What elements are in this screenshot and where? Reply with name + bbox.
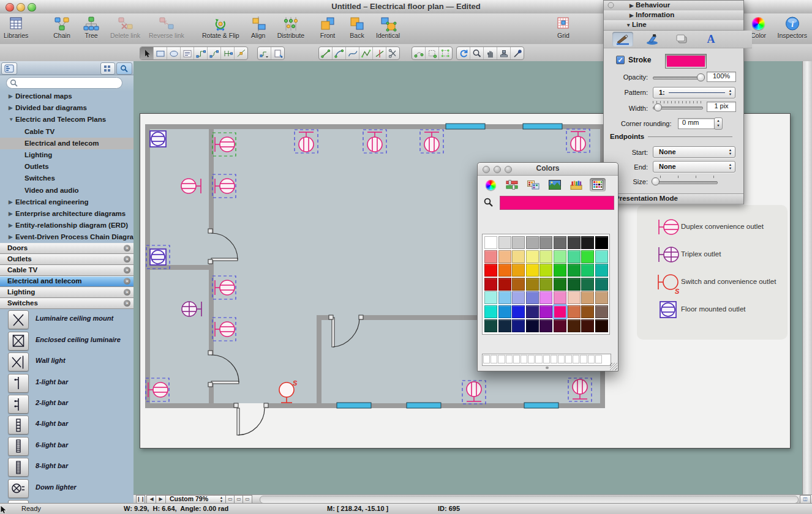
library-bar-switches[interactable]: Switches× — [0, 298, 133, 309]
collapse-arrow-icon[interactable]: ▶ — [9, 220, 15, 231]
color-swatch[interactable] — [554, 291, 566, 304]
libraries-button[interactable]: Libraries — [4, 15, 28, 39]
align-button[interactable]: Align — [248, 15, 269, 39]
pan-tool[interactable] — [484, 47, 497, 59]
color-swatch[interactable] — [512, 236, 525, 249]
color-swatch[interactable] — [581, 250, 594, 263]
collapse-arrow-icon[interactable]: ▶ — [9, 208, 15, 220]
shadow-icon[interactable] — [671, 32, 692, 47]
sidebar-item-event-driven-process-chain-diagrams[interactable]: ▶Event-Driven Process Chain Diagrams — [0, 231, 133, 243]
library-bar-doors[interactable]: Doors× — [0, 243, 133, 254]
chain-connector-tool[interactable] — [235, 47, 247, 59]
color-swatch[interactable] — [526, 305, 539, 318]
stencil-enclosed-ceiling-luminaire[interactable] — [8, 332, 29, 351]
stencil-luminaire-ceiling-mount[interactable] — [8, 310, 29, 329]
next-page-button[interactable]: ▶ — [156, 495, 166, 504]
color-swatch[interactable] — [595, 291, 608, 304]
color-swatch[interactable] — [554, 236, 566, 249]
eyedropper-tool[interactable] — [511, 47, 524, 59]
behaviour-section-header[interactable]: ▶Behaviour — [604, 1, 743, 11]
color-swatch[interactable] — [498, 305, 511, 318]
color-swatch[interactable] — [554, 278, 566, 291]
sidebar-item-switches[interactable]: Switches — [0, 173, 133, 184]
color-swatch[interactable] — [484, 264, 497, 277]
pointer-tool[interactable] — [140, 47, 154, 59]
stencil-6-light-bar[interactable] — [8, 437, 29, 456]
close-icon[interactable] — [483, 166, 490, 173]
color-swatch[interactable] — [498, 250, 511, 263]
recent-color-swatch[interactable] — [491, 355, 497, 363]
image-palette-icon[interactable] — [547, 178, 563, 192]
sidebar-item-outlets[interactable]: Outlets — [0, 161, 133, 173]
rectangle-tool[interactable] — [154, 47, 167, 59]
color-swatch[interactable] — [581, 264, 594, 277]
tree-view-icon[interactable] — [1, 62, 17, 75]
search-input[interactable] — [6, 77, 122, 89]
stencil-2-light-bar[interactable] — [8, 395, 29, 414]
color-swatch[interactable] — [581, 305, 594, 318]
stroke-brush-icon[interactable] — [612, 32, 633, 47]
color-swatch[interactable] — [568, 278, 581, 291]
color-swatch[interactable] — [554, 264, 566, 277]
recent-color-swatch[interactable] — [535, 355, 542, 363]
recent-color-swatch[interactable] — [573, 355, 579, 363]
color-swatch[interactable] — [512, 291, 525, 304]
color-swatch[interactable] — [581, 236, 594, 249]
color-swatch[interactable] — [484, 291, 497, 304]
stencil-4-light-bar[interactable] — [8, 415, 29, 434]
close-library-icon[interactable]: × — [124, 245, 130, 251]
front-button[interactable]: Front — [317, 15, 338, 39]
stamp-tool[interactable] — [497, 47, 511, 59]
collapse-arrow-icon[interactable]: ▶ — [9, 231, 15, 243]
color-swatch[interactable] — [568, 291, 581, 304]
identical-button[interactable]: Identical — [376, 15, 400, 39]
size-slider-thumb[interactable] — [652, 177, 660, 185]
color-swatch[interactable] — [539, 236, 552, 249]
convert-group-tool[interactable] — [439, 47, 452, 59]
web-safe-colors-icon[interactable] — [590, 178, 606, 192]
library-bar-lighting[interactable]: Lighting× — [0, 287, 133, 298]
recent-color-swatch[interactable] — [580, 355, 587, 363]
distribute-button[interactable]: Distribute — [277, 15, 304, 39]
color-swatch[interactable] — [498, 291, 511, 304]
selected-color-swatch[interactable] — [554, 305, 566, 318]
color-swatch[interactable] — [484, 319, 497, 332]
crayons-icon[interactable] — [568, 178, 584, 192]
current-color-bar[interactable] — [500, 196, 614, 210]
color-swatch[interactable] — [595, 250, 608, 263]
collapse-arrow-icon[interactable]: ▶ — [9, 102, 15, 114]
polyline-tool[interactable] — [359, 47, 373, 59]
color-swatch[interactable] — [568, 319, 581, 332]
sidebar-item-entity-relationship-diagram-erd-[interactable]: ▶Entity-relationship diagram (ERD) — [0, 220, 133, 231]
colors-dialog-titlebar[interactable]: Colors — [478, 163, 618, 176]
stroke-color-well[interactable] — [665, 54, 707, 69]
color-swatch[interactable] — [526, 319, 539, 332]
reshape-tool[interactable] — [412, 47, 426, 59]
width-slider-thumb[interactable] — [654, 103, 662, 111]
close-library-icon[interactable]: × — [124, 289, 130, 296]
width-value[interactable]: 1 pix — [707, 102, 736, 112]
color-swatch[interactable] — [595, 236, 608, 249]
pattern-dropdown[interactable]: 1:▲▼ — [653, 87, 735, 99]
zoom-level-select[interactable]: Custom 79%▲▼ — [165, 495, 227, 504]
color-swatch[interactable] — [498, 264, 511, 277]
recent-color-swatch[interactable] — [588, 355, 595, 363]
recent-color-swatch[interactable] — [551, 355, 557, 363]
color-swatch[interactable] — [568, 250, 581, 263]
color-swatch[interactable] — [539, 319, 552, 332]
presentation-mode-header[interactable]: ▶Presentation Mode — [604, 193, 743, 204]
color-swatch[interactable] — [498, 236, 511, 249]
color-sliders-icon[interactable] — [504, 178, 520, 192]
color-swatch[interactable] — [539, 305, 552, 318]
color-swatch[interactable] — [484, 278, 497, 291]
stroke-checkbox[interactable]: ✓ — [616, 56, 625, 64]
color-swatch[interactable] — [512, 319, 525, 332]
connector-menu-tool[interactable] — [258, 47, 271, 59]
sidebar-item-enterprise-architecture-diagrams[interactable]: ▶Enterprise architecture diagrams — [0, 208, 133, 220]
color-swatch[interactable] — [595, 319, 608, 332]
stencil-1-light-bar[interactable] — [8, 374, 29, 393]
tree-connector-tool[interactable] — [221, 47, 235, 59]
arc-tool[interactable] — [333, 47, 346, 59]
grid-button[interactable]: Grid — [553, 15, 574, 39]
magnifier-icon[interactable] — [484, 198, 494, 207]
